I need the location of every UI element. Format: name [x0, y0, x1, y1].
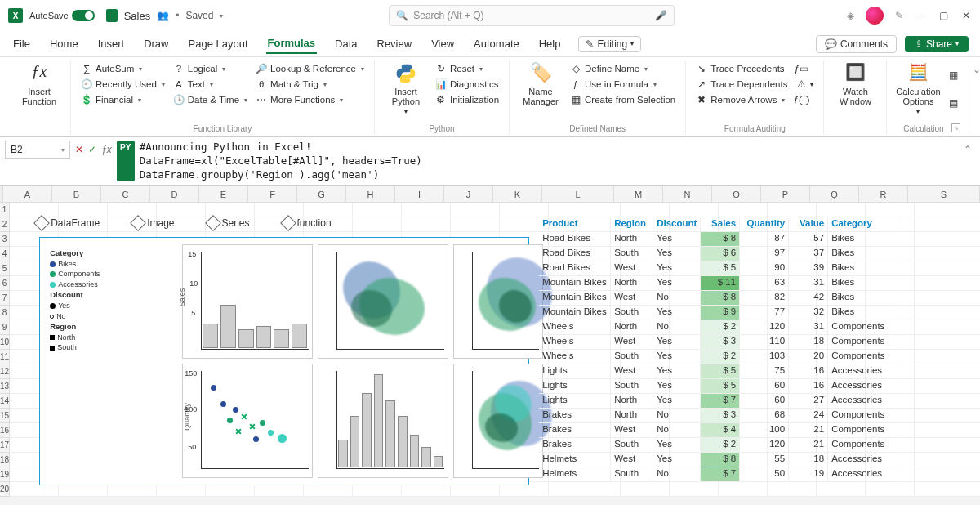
row-header[interactable]: 11 [0, 350, 10, 364]
pencil-icon[interactable]: ✎ [895, 10, 903, 21]
table-row[interactable]: LightsSouthYes$ 56016Accessories [539, 379, 898, 394]
initialization-button[interactable]: ⚙Initialization [434, 93, 501, 106]
fx-icon[interactable]: ƒx [101, 144, 112, 155]
watch-window-button[interactable]: 🔲 Watch Window [832, 62, 878, 106]
ribbon-collapse-button[interactable]: ⌄ [969, 60, 980, 135]
show-formulas-button[interactable]: ƒ▭ [794, 62, 815, 75]
document-name[interactable]: Sales [124, 10, 151, 22]
table-row[interactable]: Road BikesSouthYes$ 69737Bikes [539, 247, 898, 261]
row-header[interactable]: 17 [0, 438, 10, 453]
user-avatar[interactable] [866, 7, 884, 25]
column-header[interactable]: S [908, 186, 980, 202]
insert-python-button[interactable]: Insert Python▾ [383, 62, 429, 115]
name-manager-button[interactable]: 🏷️ Name Manager [518, 62, 564, 106]
diagnostics-button[interactable]: 📊Diagnostics [434, 78, 501, 91]
saved-status[interactable]: Saved [185, 10, 213, 21]
python-charts[interactable]: Sales 15 10 5 [39, 237, 529, 485]
table-row[interactable]: LightsNorthYes$ 76027Accessories [539, 394, 898, 409]
tab-page-layout[interactable]: Page Layout [187, 34, 250, 53]
column-header[interactable]: I [395, 186, 444, 202]
expand-icon[interactable]: ↘ [951, 123, 960, 132]
comments-button[interactable]: 💬 Comments [816, 35, 897, 53]
reset-button[interactable]: ↻Reset [434, 62, 501, 75]
toggle-switch-icon[interactable] [72, 10, 95, 21]
column-header[interactable]: N [663, 186, 712, 202]
search-box[interactable]: 🔍 Search (Alt + Q) 🎤 [389, 5, 675, 26]
calc-sheet-button[interactable]: ▤ [946, 96, 960, 109]
minimize-button[interactable]: — [915, 10, 926, 21]
table-row[interactable]: HelmetsSouthNo$ 75019Accessories [539, 467, 898, 482]
date-time-button[interactable]: 🕒Date & Time [172, 93, 249, 106]
column-header[interactable]: E [199, 186, 248, 202]
row-header[interactable]: 18 [0, 453, 10, 467]
lookup-button[interactable]: 🔎Lookup & Reference [254, 62, 366, 75]
error-check-button[interactable]: ⚠▾ [794, 78, 815, 91]
enter-icon[interactable]: ✓ [88, 144, 96, 155]
row-header[interactable]: 10 [0, 335, 10, 350]
row-header[interactable]: 14 [0, 394, 10, 409]
table-row[interactable]: Road BikesWestYes$ 59039Bikes [539, 261, 898, 276]
use-in-formula-button[interactable]: ƒUse in Formula [568, 78, 677, 91]
define-name-button[interactable]: ◇Define Name [568, 62, 677, 75]
row-header[interactable]: 5 [0, 261, 10, 276]
tab-draw[interactable]: Draw [142, 34, 170, 53]
mic-icon[interactable]: 🎤 [655, 10, 667, 21]
column-header[interactable]: R [859, 186, 908, 202]
cells-area[interactable]: DataFrame Image Series function Sales 15… [10, 203, 980, 497]
evaluate-formula-button[interactable]: ƒ◯ [794, 93, 815, 106]
share-button[interactable]: ⇪ Share ▾ [905, 36, 969, 52]
column-header[interactable]: B [52, 186, 101, 202]
math-trig-button[interactable]: θMath & Trig [254, 78, 366, 91]
table-row[interactable]: WheelsWestYes$ 311018Components [539, 335, 898, 350]
logical-button[interactable]: ？Logical [172, 62, 249, 75]
table-row[interactable]: WheelsNorthNo$ 212031Components [539, 320, 898, 335]
autosum-button[interactable]: ∑AutoSum [79, 62, 167, 75]
data-table[interactable]: Product Region Discount Sales Quantity V… [539, 217, 898, 482]
table-row[interactable]: HelmetsWestYes$ 85518Accessories [539, 453, 898, 467]
tab-file[interactable]: File [11, 34, 32, 53]
column-header[interactable]: O [712, 186, 761, 202]
column-header[interactable]: L [542, 186, 614, 202]
row-header[interactable]: 15 [0, 409, 10, 423]
table-row[interactable]: BrakesNorthNo$ 36824Components [539, 409, 898, 423]
column-header[interactable]: F [248, 186, 297, 202]
row-header[interactable]: 13 [0, 379, 10, 394]
autosave-toggle[interactable]: AutoSave [29, 10, 95, 21]
create-from-selection-button[interactable]: ▦Create from Selection [568, 93, 677, 106]
editing-mode[interactable]: ✎ Editing ▾ [578, 36, 641, 52]
column-header[interactable]: C [101, 186, 150, 202]
maximize-button[interactable]: ▢ [938, 10, 949, 21]
tab-insert[interactable]: Insert [96, 34, 127, 53]
tab-review[interactable]: Review [376, 34, 414, 53]
table-row[interactable]: BrakesWestNo$ 410021Components [539, 423, 898, 438]
table-row[interactable]: Road BikesNorthYes$ 88757Bikes [539, 232, 898, 247]
spreadsheet-grid[interactable]: ABCDEFGHIJKLMNOPQRS 12345678910111213141… [0, 186, 980, 497]
insert-function-button[interactable]: ƒx Insert Function [16, 62, 62, 106]
financial-button[interactable]: 💲Financial [79, 93, 167, 106]
row-header[interactable]: 16 [0, 423, 10, 438]
trace-precedents-button[interactable]: ↘Trace Precedents [694, 62, 789, 75]
table-row[interactable]: BrakesSouthYes$ 212021Components [539, 438, 898, 453]
column-header[interactable]: P [761, 186, 810, 202]
column-header[interactable]: M [614, 186, 663, 202]
diamond-icon[interactable]: ◈ [847, 10, 854, 21]
column-header[interactable]: G [297, 186, 346, 202]
row-header[interactable]: 2 [0, 217, 10, 232]
python-code[interactable]: #Announcing Python in Excel! DataFrame=x… [140, 141, 422, 182]
table-row[interactable]: Mountain BikesSouthYes$ 97732Bikes [539, 306, 898, 320]
tab-data[interactable]: Data [333, 34, 359, 53]
row-header[interactable]: 8 [0, 306, 10, 320]
tab-home[interactable]: Home [48, 34, 80, 53]
row-header[interactable]: 9 [0, 320, 10, 335]
column-header[interactable]: J [444, 186, 493, 202]
column-header[interactable]: K [493, 186, 542, 202]
calculation-options-button[interactable]: 🧮 Calculation Options▾ [895, 62, 941, 115]
row-header[interactable]: 3 [0, 232, 10, 247]
row-header[interactable]: 1 [0, 203, 10, 217]
more-functions-button[interactable]: ⋯More Functions [254, 93, 366, 106]
cancel-icon[interactable]: ✕ [75, 144, 83, 155]
tab-help[interactable]: Help [537, 34, 563, 53]
recently-used-button[interactable]: 🕘Recently Used [79, 78, 167, 91]
remove-arrows-button[interactable]: ✖Remove Arrows [694, 93, 789, 106]
tab-automate[interactable]: Automate [472, 34, 521, 53]
